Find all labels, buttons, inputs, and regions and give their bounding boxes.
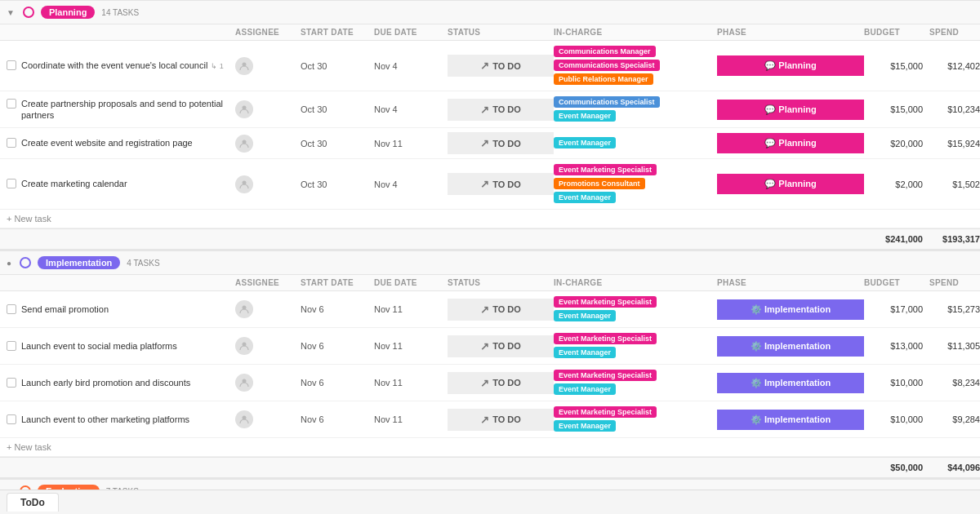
task-name-text: Launch early bird promotion and discount…: [21, 377, 190, 388]
column-headers: ASSIGNEESTART DATEDUE DATESTATUSIN-CHARG…: [0, 275, 980, 291]
avatar: [235, 337, 253, 355]
incharge-tag: Event Manager: [554, 137, 616, 148]
total-spend: $193,317: [929, 234, 980, 244]
total-budget: $241,000: [864, 234, 929, 244]
assignee-cell: [235, 100, 301, 118]
incharge-tag: Event Marketing Specialist: [554, 296, 657, 308]
due-date: Nov 11: [374, 414, 448, 424]
status-cell[interactable]: ↗ TO DO: [448, 99, 554, 121]
phase-badge: 💬 Planning: [764, 104, 817, 115]
table-row: Launch event to other marketing platform…: [0, 401, 980, 438]
phase-badge: 💬 Planning: [764, 60, 817, 71]
chevron-down-icon[interactable]: ●: [7, 259, 11, 268]
phase-badge: ⚙️ Implementation: [751, 341, 831, 352]
phase-cell: ⚙️ Implementation: [717, 410, 864, 430]
task-name-text: Coordinate with the event venue's local …: [21, 60, 224, 72]
table-row: Send email promotionNov 6Nov 11↗ TO DOEv…: [0, 291, 980, 328]
add-task-button[interactable]: + New task: [0, 210, 980, 228]
task-name-text: Create partnership proposals and send to…: [21, 98, 235, 122]
avatar: [235, 300, 253, 318]
status-cell[interactable]: ↗ TO DO: [448, 409, 554, 431]
task-name-cell: Send email promotion: [7, 304, 235, 315]
task-checkbox[interactable]: [7, 60, 16, 70]
task-checkbox[interactable]: [7, 378, 16, 388]
start-date: Nov 6: [301, 341, 374, 351]
incharge-tag: Communications Specialist: [554, 96, 660, 108]
bottom-tab-bar: ToDo: [0, 490, 980, 514]
incharge-tag: Event Manager: [554, 110, 616, 122]
total-spend: $44,096: [929, 463, 980, 472]
phase-cell: 💬 Planning: [717, 174, 864, 194]
incharge-tag: Event Manager: [554, 192, 616, 203]
status-badge: ↗ TO DO: [480, 60, 521, 72]
assignee-cell: [235, 175, 301, 193]
phase-badge: 💬 Planning: [764, 179, 817, 189]
spend-cell: $9,284: [929, 414, 980, 424]
status-cell[interactable]: ↗ TO DO: [448, 173, 554, 195]
add-task-button[interactable]: + New task: [0, 438, 980, 457]
budget-cell: $20,000: [864, 139, 929, 148]
phase-cell: ⚙️ Implementation: [717, 336, 864, 357]
group-circle-icon: [20, 257, 31, 268]
total-budget: $50,000: [864, 463, 929, 472]
task-name-cell: Launch event to social media platforms: [7, 340, 235, 352]
status-badge: ↗ TO DO: [480, 137, 521, 149]
phase-cell: ⚙️ Implementation: [717, 299, 864, 320]
assignee-cell: [235, 337, 301, 355]
table-row: Launch event to social media platformsNo…: [0, 328, 980, 365]
task-checkbox[interactable]: [7, 179, 16, 188]
task-name-text: Create event website and registration pa…: [21, 137, 193, 148]
avatar: [235, 135, 253, 153]
spend-cell: $1,502: [929, 179, 980, 189]
start-date: Nov 6: [301, 414, 374, 424]
phase-badge: ⚙️ Implementation: [751, 414, 831, 425]
spend-cell: $10,234: [929, 104, 980, 114]
incharge-tag: Communications Specialist: [554, 60, 660, 71]
task-name-cell: Create partnership proposals and send to…: [7, 98, 235, 122]
status-badge: ↗ TO DO: [480, 304, 521, 316]
table-row: Create marketing calendarOct 30Nov 4↗ TO…: [0, 159, 980, 210]
phase-cell: ⚙️ Implementation: [717, 373, 864, 393]
incharge-cell: Event Marketing SpecialistEvent Manager: [554, 296, 717, 322]
group-header-planning: ▼Planning14 TASKS: [0, 0, 980, 24]
assignee-cell: [235, 57, 301, 75]
task-checkbox[interactable]: [7, 99, 16, 109]
incharge-tag: Communications Manager: [554, 46, 656, 57]
incharge-tag: Event Marketing Specialist: [554, 164, 657, 175]
spend-cell: $15,924: [929, 139, 980, 148]
status-cell[interactable]: ↗ TO DO: [448, 132, 554, 154]
status-cell[interactable]: ↗ TO DO: [448, 335, 554, 357]
spend-cell: $15,273: [929, 304, 980, 314]
incharge-cell: Event Marketing SpecialistEvent Manager: [554, 370, 717, 396]
status-cell[interactable]: ↗ TO DO: [448, 55, 554, 77]
spend-cell: $8,234: [929, 378, 980, 388]
task-checkbox[interactable]: [7, 414, 16, 424]
status-cell[interactable]: ↗ TO DO: [448, 299, 554, 321]
group-task-count: 14 TASKS: [101, 8, 139, 17]
phase-cell: 💬 Planning: [717, 55, 864, 76]
assignee-cell: [235, 300, 301, 318]
incharge-tag: Event Manager: [554, 420, 616, 432]
tab-todo[interactable]: ToDo: [7, 493, 59, 512]
incharge-tag: Public Relations Manager: [554, 73, 653, 85]
task-name-cell: Create marketing calendar: [7, 178, 235, 189]
incharge-tag: Promotions Consultant: [554, 178, 645, 189]
due-date: Nov 11: [374, 139, 448, 148]
assignee-cell: [235, 374, 301, 392]
task-checkbox[interactable]: [7, 138, 16, 148]
chevron-down-icon[interactable]: ▼: [7, 8, 15, 17]
avatar: [235, 175, 253, 193]
group-label-badge: Planning: [41, 6, 95, 19]
incharge-tag: Event Marketing Specialist: [554, 370, 657, 381]
task-name-cell: Create event website and registration pa…: [7, 137, 235, 148]
table-row: Coordinate with the event venue's local …: [0, 41, 980, 91]
task-name-text: Send email promotion: [21, 304, 109, 315]
task-name-cell: Launch early bird promotion and discount…: [7, 377, 235, 388]
avatar: [235, 410, 253, 428]
phase-badge: ⚙️ Implementation: [751, 378, 831, 388]
status-cell[interactable]: ↗ TO DO: [448, 372, 554, 394]
budget-cell: $2,000: [864, 179, 929, 189]
task-checkbox[interactable]: [7, 304, 16, 314]
incharge-cell: Event Marketing SpecialistPromotions Con…: [554, 164, 717, 204]
task-checkbox[interactable]: [7, 341, 16, 351]
